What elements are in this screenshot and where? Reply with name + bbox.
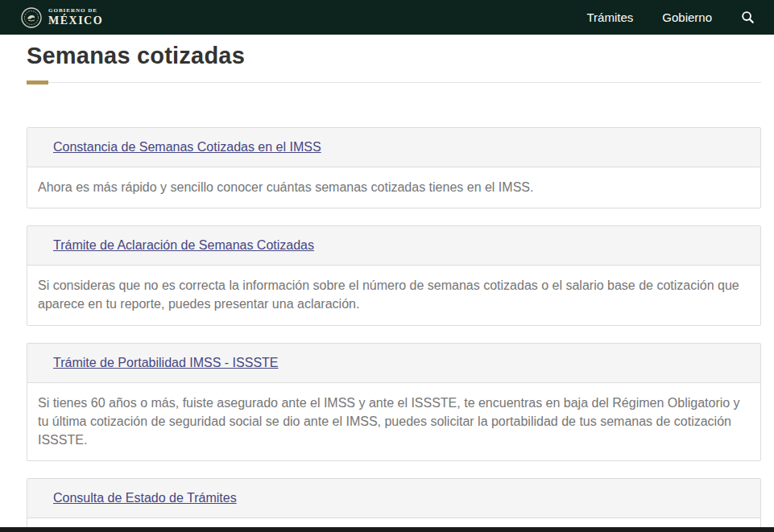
card-header: Trámite de Aclaración de Semanas Cotizad…: [27, 226, 760, 266]
card-consulta-estado: Consulta de Estado de Trámites Si quiere…: [27, 478, 761, 532]
title-divider: [27, 80, 761, 85]
card-header: Trámite de Portabilidad IMSS - ISSSTE: [27, 344, 760, 383]
card-aclaracion: Trámite de Aclaración de Semanas Cotizad…: [27, 225, 761, 325]
card-description: Si tienes 60 años o más, fuiste asegurad…: [27, 383, 760, 461]
page-title: Semanas cotizadas: [27, 35, 761, 69]
card-header: Constancia de Semanas Cotizadas en el IM…: [27, 128, 760, 167]
link-consulta-estado-tramites[interactable]: Consulta de Estado de Trámites: [53, 491, 237, 505]
card-header: Consulta de Estado de Trámites: [27, 479, 760, 518]
card-list: Constancia de Semanas Cotizadas en el IM…: [27, 127, 761, 532]
mexico-eagle-seal-icon: [21, 7, 42, 28]
gov-wordmark: GOBIERNO DE MÉXICO: [48, 8, 103, 27]
search-button[interactable]: [741, 10, 755, 24]
card-description: Ahora es más rápido y sencillo conocer c…: [27, 167, 760, 208]
main-content: Semanas cotizadas Constancia de Semanas …: [0, 35, 774, 532]
page: GOBIERNO DE MÉXICO Trámites Gobierno Sem…: [0, 0, 774, 532]
divider-gray-line: [27, 82, 761, 83]
gov-header-bar: GOBIERNO DE MÉXICO Trámites Gobierno: [0, 0, 774, 35]
gov-wordmark-line2: MÉXICO: [48, 15, 103, 27]
card-portabilidad: Trámite de Portabilidad IMSS - ISSSTE Si…: [27, 343, 761, 462]
bottom-dark-strip: [0, 527, 774, 532]
link-tramite-aclaracion[interactable]: Trámite de Aclaración de Semanas Cotizad…: [53, 238, 314, 252]
card-description: Si consideras que no es correcta la info…: [27, 266, 760, 324]
divider-gold-accent: [27, 80, 48, 85]
search-icon: [741, 10, 755, 24]
nav-link-gobierno[interactable]: Gobierno: [662, 10, 712, 24]
link-tramite-portabilidad[interactable]: Trámite de Portabilidad IMSS - ISSSTE: [53, 356, 279, 369]
gov-nav: Trámites Gobierno: [587, 10, 755, 24]
card-constancia: Constancia de Semanas Cotizadas en el IM…: [27, 127, 761, 208]
gobierno-de-mexico-logo[interactable]: GOBIERNO DE MÉXICO: [21, 7, 103, 28]
gov-wordmark-line1: GOBIERNO DE: [48, 8, 103, 14]
link-constancia-semanas-cotizadas[interactable]: Constancia de Semanas Cotizadas en el IM…: [53, 140, 321, 154]
nav-link-tramites[interactable]: Trámites: [587, 10, 634, 24]
